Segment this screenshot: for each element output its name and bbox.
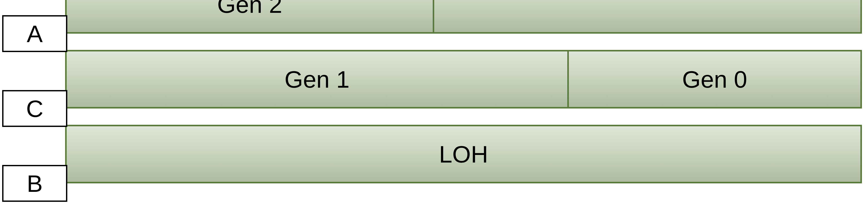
tab-label-text: A	[27, 20, 42, 48]
row-tab-b: B	[2, 165, 67, 202]
segment-gen0: Gen 0	[569, 50, 862, 108]
segment-label: Gen 0	[682, 65, 747, 93]
segment-label: Gen 2	[217, 0, 282, 18]
segment-label: LOH	[439, 141, 488, 168]
row-tab-a: A	[2, 15, 67, 52]
segment-gen1: Gen 1	[65, 50, 569, 108]
segment-loh: LOH	[65, 125, 862, 183]
tab-label-text: B	[27, 170, 42, 197]
segment-empty	[434, 0, 862, 34]
tab-label-text: C	[26, 95, 43, 122]
segment-gen2: Gen 2	[65, 0, 434, 34]
segments-container-a: Gen 2	[65, 0, 862, 34]
segments-container-b: LOH	[65, 125, 862, 183]
segment-label: Gen 1	[284, 65, 349, 93]
segments-container-c: Gen 1 Gen 0	[65, 50, 862, 108]
row-tab-c: C	[2, 90, 67, 127]
